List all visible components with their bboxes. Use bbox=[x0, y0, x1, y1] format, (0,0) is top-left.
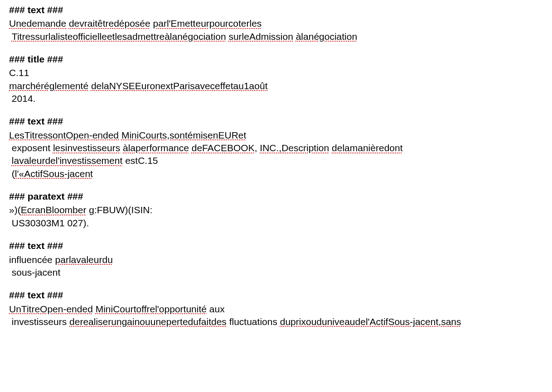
text-run: , bbox=[255, 143, 260, 153]
spellcheck-run: àlaperformance bbox=[123, 143, 189, 153]
section-marker: ### title ### bbox=[9, 53, 543, 66]
text-run: estC.15 bbox=[122, 155, 158, 166]
text-run: C.11 bbox=[9, 67, 29, 78]
text-line: sous-jacent bbox=[9, 266, 543, 279]
text-line: (l'«ActifSous-jacent bbox=[9, 167, 543, 180]
text-line: US30303M1 027). bbox=[9, 217, 543, 229]
spellcheck-run: marchéréglementé bbox=[9, 81, 88, 91]
text-run: investisseurs bbox=[9, 316, 69, 327]
text-line: C.11 bbox=[9, 67, 543, 79]
spellcheck-run: Titressurlalisteofficielleetlesadmettreà… bbox=[12, 31, 226, 42]
text-run: 2014. bbox=[9, 93, 35, 104]
text-line: Titressurlalisteofficielleetlesadmettreà… bbox=[9, 30, 543, 43]
spellcheck-run: lavaleurdel'investissement bbox=[12, 155, 122, 166]
text-run: g:FBUW)(ISIN: bbox=[86, 205, 152, 215]
text-line: UnTitreOpen-ended MiniCourtoffrel'opport… bbox=[9, 303, 543, 316]
text-run: sous-jacent bbox=[9, 267, 60, 277]
section-marker: ### text ### bbox=[9, 115, 543, 128]
text-line: marchéréglementé delaNYSEEuronextParisav… bbox=[9, 80, 543, 92]
text-line: investisseurs derealiserungainouuneperte… bbox=[9, 316, 543, 328]
spellcheck-run: devraitêtredéposée bbox=[69, 18, 150, 29]
spellcheck-run: delamanièredont bbox=[332, 143, 402, 153]
section-marker: ### text ### bbox=[9, 239, 543, 252]
spellcheck-run: duprixouduniveaudel'ActifSous-jacent,san… bbox=[280, 316, 461, 327]
spellcheck-run: EcranBloomber bbox=[21, 205, 87, 215]
spellcheck-run: LesTitressontOpen-ended bbox=[9, 130, 119, 140]
spellcheck-run: parlavaleurdu bbox=[55, 254, 113, 265]
text-line: exposent lesinvestisseurs àlaperformance… bbox=[9, 142, 543, 154]
text-line: Unedemande devraitêtredéposée parl'Emett… bbox=[9, 17, 543, 30]
text-line: lavaleurdel'investissement estC.15 bbox=[9, 154, 543, 167]
spellcheck-run: MiniCourtoffrel'opportunité bbox=[96, 304, 207, 314]
spellcheck-run: MiniCourts,sontémisenEURet bbox=[121, 130, 246, 140]
spellcheck-run: Unedemande bbox=[9, 18, 66, 29]
section-marker: ### text ### bbox=[9, 4, 543, 16]
spellcheck-run: INC.,Description bbox=[260, 143, 329, 153]
text-run: exposent bbox=[9, 143, 53, 153]
text-run: US30303M1 027). bbox=[9, 218, 89, 228]
text-line: 2014. bbox=[9, 92, 543, 105]
spellcheck-run: surleAdmission bbox=[228, 31, 293, 42]
spellcheck-run: deFACEBOOK bbox=[192, 143, 255, 153]
text-line: »)(EcranBloomber g:FBUW)(ISIN: bbox=[9, 204, 543, 216]
text-run: ( bbox=[9, 168, 15, 179]
spellcheck-run: derealiserungainouunepertedufaitdes bbox=[69, 316, 227, 327]
text-run: aux bbox=[207, 304, 225, 314]
text-run: »)( bbox=[9, 205, 21, 215]
spellcheck-run: l'«ActifSous-jacent bbox=[15, 168, 93, 179]
text-line: LesTitressontOpen-ended MiniCourts,sonté… bbox=[9, 129, 543, 142]
spellcheck-run: UnTitreOpen-ended bbox=[9, 304, 93, 314]
text-run: fluctuations bbox=[227, 316, 280, 327]
text-line: influencée parlavaleurdu bbox=[9, 253, 543, 266]
spellcheck-run: àlanégociation bbox=[296, 31, 357, 42]
spellcheck-run: lesinvestisseurs bbox=[53, 143, 120, 153]
text-run: influencée bbox=[9, 254, 55, 265]
spellcheck-run: parl'Emetteurpourcoterles bbox=[153, 18, 262, 29]
section-marker: ### text ### bbox=[9, 289, 543, 301]
spellcheck-run: delaNYSEEuronextParisaveceffetau1août bbox=[91, 81, 268, 91]
document-page: ### text ###Unedemande devraitêtredéposé… bbox=[0, 0, 552, 328]
section-marker: ### paratext ### bbox=[9, 190, 543, 203]
